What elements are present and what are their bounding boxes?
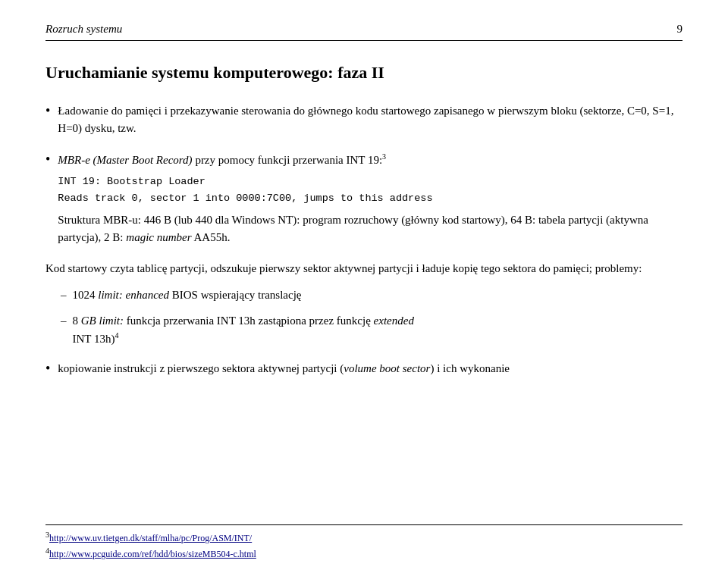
sub-item-1: – 1024 limit: enhanced BIOS wspierający … [61,286,682,304]
sub2-italic1: GB limit: [81,315,124,327]
sub-item-2: – 8 GB limit: funkcja przerwania INT 13h… [61,312,682,349]
bullet-item-1: • Ładowanie do pamięci i przekazywanie s… [46,102,682,138]
sub-content-1: 1024 limit: enhanced BIOS wspierający tr… [73,286,302,304]
paragraph-text: Kod startowy czyta tablicę partycji, ods… [46,262,642,274]
footnote-ref-4: 4 [115,331,118,340]
code-block: INT 19: Bootstrap Loader Reads track 0, … [58,174,682,206]
bullet-content-3: kopiowanie instrukcji z pierwszego sekto… [58,360,682,377]
footnote-line-3: 3http://www.uv.tietgen.dk/staff/mlha/pc/… [46,529,682,545]
sub-content-2: 8 GB limit: funkcja przerwania INT 13h z… [73,312,414,349]
bullet2-intro: MBR-e (Master Boot Record) przy pomocy f… [58,154,386,166]
bullet-content-1: Ładowanie do pamięci i przekazywanie ste… [58,102,682,138]
bullet2-text-after: Struktura MBR-u: 446 B (lub 440 dla Wind… [58,214,648,243]
bullet-content-2: MBR-e (Master Boot Record) przy pomocy f… [58,151,682,246]
footnote-ref-3: 3 [382,152,386,161]
main-bullet-list: • Ładowanie do pamięci i przekazywanie s… [46,102,682,246]
page: Rozruch systemu 9 Uruchamianie systemu k… [0,0,728,576]
bullet-dot-1: • [46,103,50,119]
page-header: Rozruch systemu 9 [46,23,682,41]
sub2-italic2: extended [374,315,414,327]
bullet-list-3: • kopiowanie instrukcji z pierwszego sek… [46,360,682,377]
sub-list: – 1024 limit: enhanced BIOS wspierający … [61,286,682,348]
sub1-italic: limit: enhanced [98,289,169,301]
bullet-dot-2: • [46,152,50,167]
paragraph-partition: Kod startowy czyta tablicę partycji, ods… [46,260,682,277]
header-title: Rozruch systemu [46,23,122,36]
bullet-item-2: • MBR-e (Master Boot Record) przy pomocy… [46,151,682,246]
section-title: Uruchamianie systemu komputerowego: faza… [46,62,682,84]
bullet-dot-3: • [46,361,50,377]
bullet2-italic-magic: magic number [126,231,191,243]
bullet3-italic: volume boot sector [344,362,430,374]
bullet2-intro-italic: MBR-e (Master Boot Record) [58,154,192,166]
sub-dash-2: – [61,312,67,330]
sub-dash-1: – [61,286,67,304]
bullet-item-3: • kopiowanie instrukcji z pierwszego sek… [46,360,682,377]
footnote-line-4: 4http://www.pcguide.com/ref/hdd/bios/siz… [46,545,682,561]
footnote-url-4: http://www.pcguide.com/ref/hdd/bios/size… [49,549,256,559]
bullet1-text: Ładowanie do pamięci i przekazywanie ste… [58,105,673,134]
footnotes: 3http://www.uv.tietgen.dk/staff/mlha/pc/… [46,524,682,561]
header-page-number: 9 [677,23,683,36]
footnote-url-3: http://www.uv.tietgen.dk/staff/mlha/pc/P… [49,533,252,543]
